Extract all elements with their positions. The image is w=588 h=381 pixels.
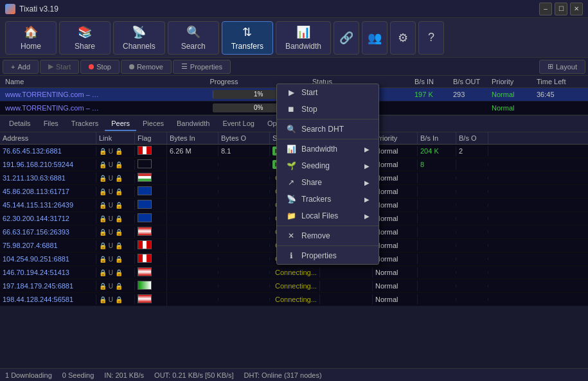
peer-address: 45.86.208.113:61717 [0,186,96,197]
peer-bytes-out [218,204,270,206]
peer-col-bsin[interactable]: B/s In [418,132,456,144]
tab-trackers[interactable]: Trackers [65,117,105,131]
peer-col-address[interactable]: Address [0,132,96,144]
peer-status-text: Connecting... [272,267,320,278]
home-button[interactable]: 🏠 Home [5,21,57,55]
transfer-bsout [450,107,489,109]
remove-button[interactable]: Remove [121,60,172,74]
peer-row[interactable]: 198.44.128.244:56581 🔒 U 🔒 Connecting...… [0,293,588,306]
submenu-arrow: ▶ [364,146,370,153]
context-item-properties[interactable]: ℹ Properties [277,247,379,264]
share-label: Share [75,42,95,51]
col-timeleft[interactable]: Time Left [534,77,585,86]
search-button[interactable]: 🔍 Search [168,21,219,55]
peer-col-bsout[interactable]: B/s O [456,132,488,144]
peer-link: 🔒 U 🔒 [96,160,135,170]
start-button[interactable]: ▶ Start [40,60,79,74]
context-item-stop[interactable]: ⏹ Stop [277,101,379,118]
help-icon: ? [428,31,434,44]
search-label: Search [181,42,206,51]
peer-row[interactable]: 146.70.194.24:51413 🔒 U 🔒 Connecting... … [0,266,588,279]
peer-bsin [418,177,456,179]
peer-bsout [456,177,488,179]
peer-flag-cell [135,226,167,238]
transfer-timeleft [534,107,585,109]
peer-row[interactable]: 197.184.179.245:6881 🔒 U 🔒 Connecting...… [0,279,588,293]
tab-details[interactable]: Details [3,117,37,131]
peer-flag-cell [135,172,167,184]
peer-flag [138,254,152,263]
tab-files[interactable]: Files [37,117,65,131]
context-item-trackers[interactable]: 📡 Trackers ▶ [277,191,379,208]
peer-link: 🔒 U 🔒 [96,214,135,224]
context-item-share[interactable]: ↗ Share ▶ [277,174,379,191]
peer-bsin [418,285,456,287]
peer-bsin: 8 [418,159,456,170]
col-bsout[interactable]: B/s OUT [450,77,489,86]
channels-button[interactable]: 📡 Channels [113,21,165,55]
stop-button[interactable]: Stop [80,60,120,74]
transfers-button[interactable]: ⇅ Transfers [222,21,273,55]
peer-bsout [456,231,488,233]
peer-bytes-out [218,271,270,274]
peer-bytes-in [167,258,218,260]
share-button[interactable]: 📚 Share [59,21,111,55]
context-item-start[interactable]: ▶ Start [277,84,379,101]
peer-flag [138,173,152,182]
peer-bytes-out: 8.1 [218,146,270,156]
col-priority[interactable]: Priority [489,77,534,86]
context-item-seeding[interactable]: 🌱 Seeding ▶ [277,157,379,174]
peer-bytes-in: 6.26 M [167,146,218,156]
peer-bytes-out [218,231,270,233]
layout-label: Layout [556,63,577,71]
peer-bytes-out [218,217,270,220]
channels-icon: 📡 [132,25,146,39]
tab-pieces[interactable]: Pieces [136,117,170,131]
ctx-icon: ℹ [286,251,296,261]
users-button[interactable]: 👥 [362,21,388,55]
context-item-search-dht[interactable]: 🔍 Search DHT [277,121,379,137]
peer-bytes-in [167,285,218,287]
ctx-icon: 📁 [286,211,296,221]
transfer-timeleft: 36:45 [534,90,585,99]
peer-bytes-out [218,244,270,247]
peer-bsout [456,204,488,206]
context-item-remove[interactable]: ✕ Remove [277,227,379,244]
peer-address: 197.184.179.245:6881 [0,281,96,291]
add-button[interactable]: + Add [3,60,39,74]
col-name[interactable]: Name [3,77,208,86]
layout-button[interactable]: ⊞ Layout [539,60,585,74]
close-button[interactable]: ✕ [570,3,583,15]
peer-bsin [418,231,456,233]
tab-peers[interactable]: Peers [105,117,136,131]
context-item-local-files[interactable]: 📁 Local Files ▶ [277,208,379,224]
remove-label: Remove [137,63,163,71]
peer-address: 104.254.90.251:6881 [0,254,96,264]
minimize-button[interactable]: – [539,3,552,15]
peer-col-bytesout[interactable]: Bytes O [218,132,270,144]
context-item-bandwidth[interactable]: 📊 Bandwidth ▶ [277,141,379,157]
peer-col-bytesin[interactable]: Bytes In [167,132,218,144]
peer-link: 🔒 U 🔒 [96,295,135,305]
context-menu: ▶ Start ⏹ Stop 🔍 Search DHT 📊 Bandwidth … [276,84,379,265]
help-button[interactable]: ? [418,21,444,55]
properties-button[interactable]: ☰ Properties [173,60,231,74]
peer-col-link[interactable]: Link [96,132,135,144]
maximize-button[interactable]: ☐ [555,3,567,15]
peer-col-priority[interactable]: Priority [373,132,418,144]
context-separator [277,226,379,226]
peer-bsin [418,244,456,247]
peer-col-flag[interactable]: Flag [135,132,167,144]
peers-button[interactable]: 🔗 [334,21,359,55]
bandwidth-button[interactable]: 📊 Bandwidth [276,21,331,55]
peer-bsout [456,271,488,274]
tab-bandwidth[interactable]: Bandwidth [170,117,216,131]
col-bsin[interactable]: B/s IN [412,77,450,86]
ctx-icon: ▶ [286,87,296,98]
stop-label: Stop [96,63,111,71]
ctx-label: Seeding [301,161,330,170]
ctx-icon: ✕ [286,231,296,241]
settings-button[interactable]: ⚙ [390,21,416,55]
peer-bsin: 204 K [418,146,456,156]
tab-event log[interactable]: Event Log [216,117,261,131]
